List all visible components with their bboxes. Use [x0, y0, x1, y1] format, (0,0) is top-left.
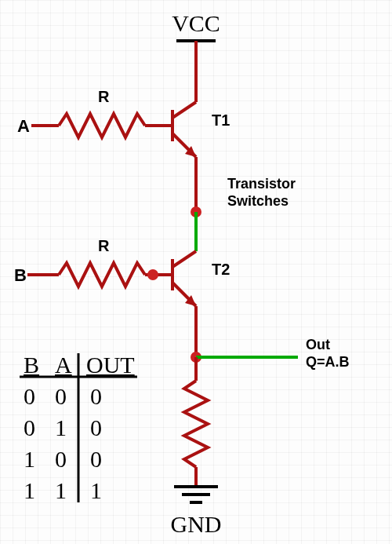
truth-table: B A OUT 0 0 0 0 1 0 1 0 0 1 1 1: [20, 352, 137, 503]
r0o: 0: [90, 383, 102, 409]
th-b: B: [24, 352, 39, 378]
r2a: 0: [55, 446, 67, 472]
r1a: 1: [55, 414, 67, 440]
annotation-line1: Transistor: [227, 176, 296, 192]
th-out: OUT: [86, 352, 135, 378]
r0b: 0: [24, 383, 35, 409]
annotation-line2: Switches: [227, 193, 289, 209]
pulldown-net: [184, 357, 208, 487]
input-a-label: A: [17, 116, 30, 136]
svg-line-10: [172, 251, 196, 267]
vcc-label: VCC: [172, 10, 220, 36]
resistor-a-label: R: [98, 88, 110, 105]
r1b: 0: [24, 414, 35, 440]
transistor-t1: [157, 102, 196, 212]
vcc-rail: [176, 41, 216, 102]
node-b: [147, 269, 158, 280]
transistor-t2: [157, 251, 196, 357]
r0a: 0: [55, 383, 67, 409]
input-b-net: [27, 263, 157, 287]
resistor-b-label: R: [98, 237, 110, 254]
r2o: 0: [90, 446, 102, 472]
input-b-label: B: [14, 265, 27, 285]
out-label: Out: [306, 337, 330, 352]
r3o: 1: [90, 477, 102, 503]
t2-label: T2: [212, 261, 230, 278]
input-a-net: [31, 114, 157, 137]
gnd-symbol: [174, 487, 218, 502]
r3b: 1: [24, 477, 35, 503]
th-a: A: [55, 352, 72, 378]
r1o: 0: [90, 414, 102, 440]
out-eq: Q=A.B: [306, 354, 350, 370]
r2b: 1: [24, 446, 35, 472]
r3a: 1: [55, 477, 67, 503]
gnd-label: GND: [171, 511, 222, 537]
svg-line-2: [172, 102, 196, 118]
t1-label: T1: [212, 111, 230, 129]
